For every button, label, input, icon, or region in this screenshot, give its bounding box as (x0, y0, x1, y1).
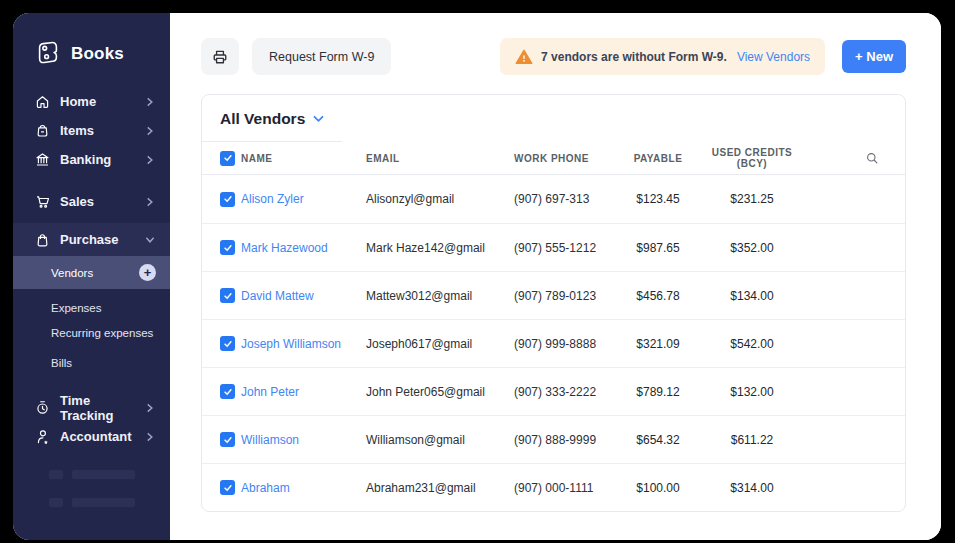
request-form-w9-button[interactable]: Request Form W-9 (252, 38, 391, 75)
vendor-payable: $987.65 (618, 241, 698, 255)
sidebar-item-accountant[interactable]: Accountant (13, 422, 170, 451)
vendor-payable: $789.12 (618, 385, 698, 399)
check-icon (223, 194, 233, 204)
select-all-checkbox[interactable] (220, 151, 235, 166)
chevron-down-icon (313, 115, 324, 123)
vendor-payable: $654.32 (618, 433, 698, 447)
vendor-email: John Peter065@gmail (366, 385, 514, 399)
row-checkbox[interactable] (220, 240, 235, 255)
vendor-payable: $123.45 (618, 192, 698, 206)
vendor-work-phone: (907) 697-313 (514, 192, 618, 206)
purchase-section: Purchase Vendors + (13, 223, 170, 289)
vendor-work-phone: (907) 789-0123 (514, 289, 618, 303)
sidebar-nav: Home Items Banking Sales (13, 87, 170, 507)
column-header-used-credits: USED CREDITS (BCY) (698, 147, 806, 169)
vendor-used-credits: $231.25 (698, 192, 806, 206)
app-window: Books Home Items Banking Sales (13, 13, 941, 540)
chevron-right-icon (146, 197, 154, 207)
home-icon (34, 93, 51, 110)
sidebar-item-banking[interactable]: Banking (13, 145, 170, 174)
row-checkbox[interactable] (220, 432, 235, 447)
vendor-name-link[interactable]: Williamson (241, 433, 366, 447)
table-row: John Peter John Peter065@gmail (907) 333… (202, 367, 905, 415)
sidebar-skeleton-row (13, 498, 170, 507)
vendor-table-body: Alison Zyler Alisonzyl@gmail (907) 697-3… (202, 175, 905, 511)
table-row: Abraham Abraham231@gmail (907) 000-1111 … (202, 463, 905, 511)
sidebar-item-label: Time Tracking (60, 393, 137, 423)
check-icon (223, 153, 233, 163)
sidebar-item-recurring-expenses[interactable]: Recurring expenses (13, 320, 170, 345)
vendor-payable: $321.09 (618, 337, 698, 351)
sidebar-item-label: Expenses (51, 302, 102, 314)
sales-icon (34, 193, 51, 210)
sidebar-item-sales[interactable]: Sales (13, 187, 170, 216)
row-checkbox[interactable] (220, 384, 235, 399)
sidebar: Books Home Items Banking Sales (13, 13, 170, 540)
vendor-name-link[interactable]: Joseph Williamson (241, 337, 366, 351)
check-icon (223, 387, 233, 397)
row-checkbox[interactable] (220, 336, 235, 351)
sidebar-item-label: Purchase (60, 232, 137, 247)
print-button[interactable] (201, 38, 239, 75)
vendor-email: Alisonzyl@gmail (366, 192, 514, 206)
vendor-email: Abraham231@gmail (366, 481, 514, 495)
sidebar-item-expenses[interactable]: Expenses (13, 295, 170, 320)
row-checkbox[interactable] (220, 480, 235, 495)
sidebar-item-label: Recurring expenses (51, 327, 153, 339)
vendor-used-credits: $314.00 (698, 481, 806, 495)
vendor-name-link[interactable]: Abraham (241, 481, 366, 495)
add-vendor-button[interactable]: + (139, 264, 156, 281)
column-header-work-phone: WORK PHONE (514, 153, 618, 164)
vendor-payable: $456.78 (618, 289, 698, 303)
vendor-payable: $100.00 (618, 481, 698, 495)
sidebar-item-label: Sales (60, 194, 137, 209)
vendor-used-credits: $134.00 (698, 289, 806, 303)
table-row: Alison Zyler Alisonzyl@gmail (907) 697-3… (202, 175, 905, 223)
vendor-name-link[interactable]: David Mattew (241, 289, 366, 303)
row-checkbox[interactable] (220, 192, 235, 207)
view-vendors-link[interactable]: View Vendors (737, 50, 810, 64)
purchase-icon (34, 231, 51, 248)
check-icon (223, 243, 233, 253)
table-row: Joseph Williamson Joseph0617@gmail (907)… (202, 319, 905, 367)
vendor-used-credits: $542.00 (698, 337, 806, 351)
sidebar-item-label: Banking (60, 152, 137, 167)
purchase-sub-list: Expenses Recurring expenses Bills (13, 295, 170, 375)
vendor-name-link[interactable]: Alison Zyler (241, 192, 366, 206)
chevron-down-icon (145, 236, 155, 244)
new-button[interactable]: + New (842, 40, 906, 73)
filter-label: All Vendors (220, 110, 305, 128)
vendor-name-link[interactable]: Mark Hazewood (241, 241, 366, 255)
sidebar-item-home[interactable]: Home (13, 87, 170, 116)
vendor-work-phone: (907) 000-1111 (514, 481, 618, 495)
chevron-right-icon (146, 432, 154, 442)
table-row: Williamson Williamson@gmail (907) 888-99… (202, 415, 905, 463)
sidebar-item-purchase[interactable]: Purchase (13, 223, 170, 256)
printer-icon (211, 48, 229, 66)
alert-text: 7 vendors are without Form W-9. (541, 50, 727, 64)
table-row: David Mattew Mattew3012@gmail (907) 789-… (202, 271, 905, 319)
time-tracking-icon (34, 399, 51, 416)
vendor-name-link[interactable]: John Peter (241, 385, 366, 399)
sidebar-item-bills[interactable]: Bills (13, 350, 170, 375)
row-checkbox[interactable] (220, 288, 235, 303)
sidebar-item-time-tracking[interactable]: Time Tracking (13, 393, 170, 422)
sidebar-item-label: Accountant (60, 429, 137, 444)
vendor-email: Joseph0617@gmail (366, 337, 514, 351)
books-logo-icon (34, 38, 62, 70)
sidebar-item-items[interactable]: Items (13, 116, 170, 145)
sidebar-item-label: Vendors (51, 267, 139, 279)
search-button[interactable] (865, 151, 887, 165)
vendor-work-phone: (907) 333-2222 (514, 385, 618, 399)
all-vendors-dropdown[interactable]: All Vendors (202, 95, 342, 142)
main-content: Request Form W-9 7 vendors are without F… (170, 13, 941, 540)
vendor-work-phone: (907) 888-9999 (514, 433, 618, 447)
sidebar-item-label: Home (60, 94, 137, 109)
sidebar-skeleton-row (13, 470, 170, 479)
search-icon (865, 151, 879, 165)
items-icon (34, 122, 51, 139)
check-icon (223, 339, 233, 349)
table-header-row: NAME EMAIL WORK PHONE PAYABLE USED CREDI… (202, 142, 905, 175)
sidebar-item-vendors[interactable]: Vendors + (13, 256, 170, 289)
vendor-used-credits: $611.22 (698, 433, 806, 447)
